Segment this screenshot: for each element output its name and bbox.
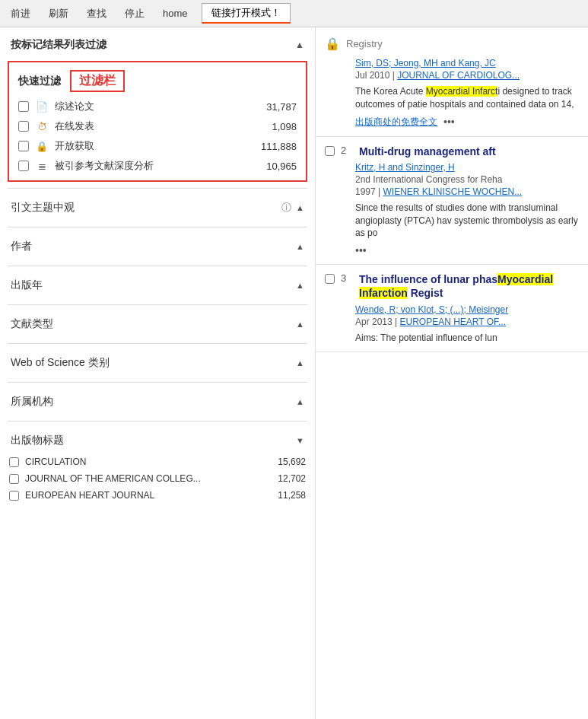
filter-label-openaccess: 开放获取 bbox=[55, 139, 255, 153]
result-checkbox-2[interactable] bbox=[325, 146, 335, 156]
pub-filter-item-jacc: JOURNAL OF THE AMERICAN COLLEG... 12,702 bbox=[0, 470, 315, 487]
clock-icon: ⏱ bbox=[35, 121, 49, 132]
result-meta-top: Sim, DS; Jeong, MH and Kang, JC Jul 2010… bbox=[325, 57, 579, 129]
chevron-up-doctype: ▲ bbox=[296, 320, 304, 329]
filter-item-cited: ≣ 被引参考文献深度分析 10,965 bbox=[9, 156, 306, 176]
section-wos-category[interactable]: Web of Science 类别 ▲ bbox=[0, 350, 315, 376]
result-number-3: 3 bbox=[341, 272, 353, 284]
chevron-up-wos-category: ▲ bbox=[296, 358, 304, 367]
ref-icon: ≣ bbox=[35, 161, 49, 172]
filter-checkbox-comprehensive[interactable] bbox=[18, 101, 29, 112]
section-label-pub-title: 出版物标题 bbox=[11, 434, 64, 447]
chevron-up-institution: ▲ bbox=[296, 397, 304, 406]
result-link-freetext[interactable]: 出版商处的免费全文 bbox=[355, 116, 437, 129]
filter-label-comprehensive: 综述论文 bbox=[55, 100, 260, 113]
doc-icon: 📄 bbox=[35, 101, 49, 113]
filter-checkbox-openaccess[interactable] bbox=[18, 141, 29, 151]
main-container: 按标记结果列表过滤 ▲ 快速过滤 过滤栏 📄 综述论文 31,787 ⏱ bbox=[0, 27, 588, 719]
result-top-3: 3 The influence of lunar phasMyocardial … bbox=[325, 272, 579, 300]
result-dots-2[interactable]: ••• bbox=[355, 244, 367, 256]
toolbar-btn-find[interactable]: 查找 bbox=[82, 5, 111, 22]
result-authors-2[interactable]: Kritz, H and Sinzinger, H bbox=[355, 162, 455, 173]
pub-filter-count-circulation: 15,692 bbox=[278, 457, 306, 467]
result-abstract-3: Aims: The potential influence of lun bbox=[355, 332, 579, 345]
result-dots-top[interactable]: ••• bbox=[443, 116, 455, 128]
section-label-citation-topic: 引文主题中观 bbox=[11, 201, 75, 215]
result-abstract-2: Since the results of studies done with t… bbox=[355, 202, 579, 240]
filter-item-comprehensive: 📄 综述论文 31,787 bbox=[9, 97, 306, 116]
result-title-2[interactable]: Multi-drug management aft bbox=[359, 145, 496, 158]
section-row-right-citation: ⓘ ▲ bbox=[281, 201, 304, 215]
result-date-3: Apr 2013 bbox=[355, 317, 393, 327]
filter-section-title: 按标记结果列表过滤 bbox=[11, 38, 106, 52]
pub-filter-item-circulation: CIRCULATION 15,692 bbox=[0, 453, 315, 470]
chevron-down-pub-title: ▼ bbox=[296, 436, 304, 445]
pub-filter-name-ehj: EUROPEAN HEART JOURNAL bbox=[25, 490, 272, 501]
result-meta-2: Kritz, H and Sinzinger, H 2nd Internatio… bbox=[325, 161, 579, 256]
filter-item-openaccess: 🔒 开放获取 111,888 bbox=[9, 136, 306, 156]
toolbar-btn-refresh[interactable]: 刷新 bbox=[44, 5, 73, 22]
section-author[interactable]: 作者 ▲ bbox=[0, 234, 315, 259]
filter-tag-box: 过滤栏 bbox=[70, 70, 125, 92]
result-item-3: 3 The influence of lunar phasMyocardial … bbox=[316, 265, 588, 352]
pub-filter-checkbox-jacc[interactable] bbox=[9, 474, 19, 484]
result-meta-3: Wende, R; von Klot, S; (...); Meisinger … bbox=[325, 304, 579, 345]
filter-label-online: 在线发表 bbox=[55, 119, 265, 133]
section-doctype[interactable]: 文献类型 ▲ bbox=[0, 311, 315, 337]
pub-filter-checkbox-circulation[interactable] bbox=[9, 457, 19, 467]
right-panel: 🔒 Registry Sim, DS; Jeong, MH and Kang, … bbox=[316, 27, 588, 719]
section-pub-title[interactable]: 出版物标题 ▼ bbox=[0, 428, 315, 453]
highlight-myocardial-top: Myocardial Infarct bbox=[426, 86, 498, 97]
result-authors-3[interactable]: Wende, R; von Klot, S; (...); Meisinger bbox=[355, 304, 508, 315]
section-label-institution: 所属机构 bbox=[11, 395, 53, 409]
toolbar-btn-forward[interactable]: 前进 bbox=[6, 5, 35, 22]
pub-filter-checkbox-ehj[interactable] bbox=[9, 491, 19, 501]
abstract-start-3: Aims: The potential influence of lun bbox=[355, 332, 497, 343]
title-post-highlight-3: Regist bbox=[408, 287, 443, 299]
result-conference-line: 2nd International Congress for Reha bbox=[355, 174, 579, 185]
lock-icon: 🔒 bbox=[35, 141, 49, 152]
pub-filter-count-jacc: 12,702 bbox=[278, 473, 306, 484]
registry-text: Registry bbox=[346, 38, 383, 49]
result-journal-link-2[interactable]: WIENER KLINISCHE WOCHEN... bbox=[383, 186, 523, 197]
result-date-top: Jul 2010 bbox=[355, 70, 389, 81]
filter-count-online: 1,098 bbox=[272, 121, 297, 132]
result-date-2: 1997 bbox=[355, 186, 376, 197]
title-pre-highlight-3: The influence of lunar phas bbox=[359, 273, 497, 285]
section-label-year: 出版年 bbox=[11, 278, 43, 292]
result-links-2: ••• bbox=[355, 244, 579, 256]
filter-tag-label: 过滤栏 bbox=[79, 74, 116, 87]
filter-checkbox-online[interactable] bbox=[18, 121, 29, 132]
result-conference-2: 2nd International Congress for Reha bbox=[355, 174, 502, 185]
section-year[interactable]: 出版年 ▲ bbox=[0, 272, 315, 298]
section-label-doctype: 文献类型 bbox=[11, 317, 53, 331]
section-citation-topic[interactable]: 引文主题中观 ⓘ ▲ bbox=[0, 195, 315, 221]
result-links-top: 出版商处的免费全文 ••• bbox=[355, 116, 579, 129]
result-title-3[interactable]: The influence of lunar phasMyocardial In… bbox=[359, 272, 579, 300]
quick-filter-label: 快速过滤 bbox=[18, 75, 61, 88]
filter-count-cited: 10,965 bbox=[266, 161, 297, 172]
result-item-top-partial: 🔒 Registry Sim, DS; Jeong, MH and Kang, … bbox=[316, 27, 588, 137]
toolbar-btn-home[interactable]: home bbox=[158, 6, 192, 21]
pub-filter-item-ehj: EUROPEAN HEART JOURNAL 11,258 bbox=[0, 487, 315, 504]
abstract-pre-highlight: The Korea Acute bbox=[355, 86, 426, 97]
abstract-text-2: Since the results of studies done with t… bbox=[355, 202, 578, 239]
toolbar-btn-stop[interactable]: 停止 bbox=[120, 5, 149, 22]
filter-section-header[interactable]: 按标记结果列表过滤 ▲ bbox=[0, 33, 315, 56]
section-institution[interactable]: 所属机构 ▲ bbox=[0, 389, 315, 415]
quick-filter-header: 快速过滤 过滤栏 bbox=[9, 67, 306, 97]
chevron-up-citation: ▲ bbox=[296, 203, 304, 212]
filter-item-online: ⏱ 在线发表 1,098 bbox=[9, 116, 306, 136]
filter-label-cited: 被引参考文献深度分析 bbox=[55, 159, 260, 173]
chevron-up-year: ▲ bbox=[296, 281, 304, 290]
result-journal-link-top[interactable]: JOURNAL OF CARDIOLOG... bbox=[397, 70, 520, 81]
active-tab[interactable]: 链接打开模式！ bbox=[202, 3, 291, 24]
result-journal-line-top: Jul 2010 | JOURNAL OF CARDIOLOG... bbox=[355, 70, 579, 81]
result-journal-link-3[interactable]: EUROPEAN HEART OF... bbox=[400, 317, 507, 327]
filter-checkbox-cited[interactable] bbox=[18, 161, 29, 171]
section-label-wos-category: Web of Science 类别 bbox=[11, 356, 110, 370]
left-panel: 按标记结果列表过滤 ▲ 快速过滤 过滤栏 📄 综述论文 31,787 ⏱ bbox=[0, 27, 316, 719]
result-checkbox-3[interactable] bbox=[325, 274, 335, 284]
result-abstract-top: The Korea Acute Myocardial Infarcti desi… bbox=[355, 85, 579, 111]
result-authors-top[interactable]: Sim, DS; Jeong, MH and Kang, JC bbox=[355, 58, 496, 68]
